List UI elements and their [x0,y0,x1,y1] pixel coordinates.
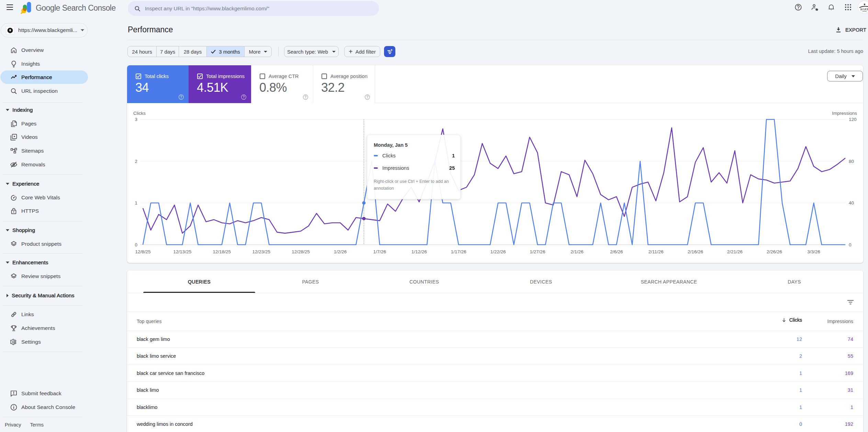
performance-panel: Total clicks 34 Total impressions 4.51K … [127,65,863,263]
add-filter-button[interactable]: +Add filter [344,46,380,57]
date-range-24-hours[interactable]: 24 hours [128,46,157,57]
sidebar-item-about-search-console[interactable]: About Search Console [0,401,88,414]
help-icon[interactable] [303,94,308,100]
url-inspection-searchbar[interactable] [128,1,379,16]
sidebar-item-product-snippets[interactable]: Product snippets [0,237,88,251]
left-tick-label: 3 [135,117,137,122]
filter-list-icon[interactable] [846,298,855,306]
sidebar-item-review-snippets[interactable]: Review snippets [0,269,88,283]
sidebar-item-pages[interactable]: Pages [0,117,88,130]
checkbox-checked-icon[interactable] [197,74,203,79]
tab-search-appearance[interactable]: SEARCH APPEARANCE [599,270,739,293]
x-tick-label: 2/16/26 [688,249,703,254]
eye-off-icon [10,160,18,169]
column-impressions[interactable]: Impressions [785,319,853,324]
chevron-down-icon [264,51,267,53]
sidebar-item-achievements[interactable]: Achievements [0,322,88,335]
sidebar-item-sitemaps[interactable]: Sitemaps [0,144,88,158]
sidebar-item-removals[interactable]: Removals [0,158,88,171]
top-bar: Google Search Console KGEM [0,0,868,16]
tab-countries[interactable]: COUNTRIES [366,270,483,293]
export-button[interactable]: EXPORT [835,25,866,34]
column-top-queries[interactable]: Top queries [137,319,161,324]
table-row[interactable]: black car service san francisco 1 169 [127,365,863,382]
search-type-filter[interactable]: Search type: Web [284,46,339,57]
account-avatar[interactable]: KGEM [858,1,868,14]
app-root: Google Search Console KGEM https://www.b… [0,0,868,432]
checkbox-checked-icon[interactable] [136,74,141,79]
table-row[interactable]: wedding limos in concord 0 192 [127,416,863,432]
main-menu-icon[interactable] [7,4,13,10]
performance-chart[interactable]: ClicksImpressions01230408012012/8/2512/1… [127,103,863,263]
google-apps-icon[interactable] [844,3,852,11]
tab-pages[interactable]: PAGES [255,270,366,293]
table-row[interactable]: black limo 1 31 [127,382,863,399]
left-axis-title: Clicks [133,111,146,116]
x-tick-label: 12/18/25 [213,249,231,254]
sidebar-section-enhancements[interactable]: Enhancements [0,257,88,268]
tooltip-date: Monday, Jan 5 [374,142,408,148]
x-tick-label: 1/22/26 [490,249,506,254]
sidebar-item-overview[interactable]: Overview [0,43,88,57]
checkbox-unchecked-icon[interactable] [322,74,327,79]
sidebar-section-indexing[interactable]: Indexing [0,105,88,115]
help-icon[interactable] [364,94,370,100]
left-tick-label: 1 [135,200,137,206]
help-icon[interactable] [178,94,184,100]
divider [3,253,82,254]
tab-queries[interactable]: QUERIES [143,270,255,293]
plus-icon: + [349,48,353,56]
sidebar-item-https[interactable]: HTTPS [0,204,88,218]
layers-icon [10,272,18,280]
help-icon[interactable] [241,94,247,100]
tooltip-clicks-row: Clicks 1 [374,152,455,159]
sidebar-item-performance[interactable]: Performance [0,70,88,84]
left-tick-label: 2 [135,159,137,164]
date-range-7-days[interactable]: 7 days [157,46,179,57]
legal-links: PrivacyTerms [5,422,53,428]
sidebar-item-settings[interactable]: Settings [0,335,88,349]
table-tabs: QUERIESPAGESCOUNTRIESDEVICESSEARCH APPEA… [143,270,850,293]
table-row[interactable]: blacklimo 1 1 [127,399,863,416]
sidebar-section-security-manual-actions[interactable]: Security & Manual Actions [0,290,88,301]
sidebar-section-shopping[interactable]: Shopping [0,225,88,235]
table-row[interactable]: black limo service 2 55 [127,348,863,365]
terms-link[interactable]: Terms [30,422,44,428]
date-range-28-days[interactable]: 28 days [179,46,207,57]
user-settings-icon[interactable] [811,3,819,11]
avatar-logo: KGEM [858,1,868,14]
sidebar-item-url-inspection[interactable]: URL inspection [0,84,88,98]
sidebar-item-submit-feedback[interactable]: Submit feedback [0,387,88,400]
metric-card-average-position[interactable]: Average position 32.2 [313,65,375,103]
sidebar-item-insights[interactable]: Insights [0,57,88,70]
date-range-more[interactable]: More [245,46,271,57]
metric-card-average-ctr[interactable]: Average CTR 0.8% [251,65,313,103]
lightbulb-icon [10,60,18,68]
property-selector[interactable]: https://www.blackgemli... [1,23,88,37]
search-input[interactable] [145,5,365,12]
notifications-icon[interactable] [827,3,835,11]
chart-tooltip: Monday, Jan 5 Clicks 1 Impressions 25 Ri… [367,135,461,199]
sidebar-item-links[interactable]: Links [0,308,88,321]
tab-days[interactable]: DAYS [739,270,850,293]
tooltip-impressions-row: Impressions 25 [374,165,455,171]
table-row[interactable]: black gem limo 12 74 [127,331,863,348]
property-label: https://www.blackgemli... [18,27,77,33]
x-tick-label: 12/23/25 [252,249,270,254]
date-range-3-months[interactable]: 3 months [207,46,245,57]
metric-card-total-clicks[interactable]: Total clicks 34 [127,65,189,103]
sidebar-section-experience[interactable]: Experience [0,179,88,189]
checkbox-unchecked-icon[interactable] [260,74,265,79]
privacy-link[interactable]: Privacy [5,422,21,428]
chevron-down-icon [332,51,336,53]
lock-icon [10,207,18,215]
customize-filter-button[interactable] [384,46,395,57]
sidebar-item-videos[interactable]: Videos [0,131,88,144]
tab-devices[interactable]: DEVICES [483,270,599,293]
help-icon[interactable] [794,3,802,11]
metric-card-total-impressions[interactable]: Total impressions 4.51K [189,65,251,103]
granularity-dropdown[interactable]: Daily [827,71,863,81]
search-console-logo-icon[interactable] [21,2,32,14]
tooltip-note: Right-click or use Ctrl + Enter to add a… [374,178,451,192]
sidebar-item-core-web-vitals[interactable]: Core Web Vitals [0,191,88,204]
